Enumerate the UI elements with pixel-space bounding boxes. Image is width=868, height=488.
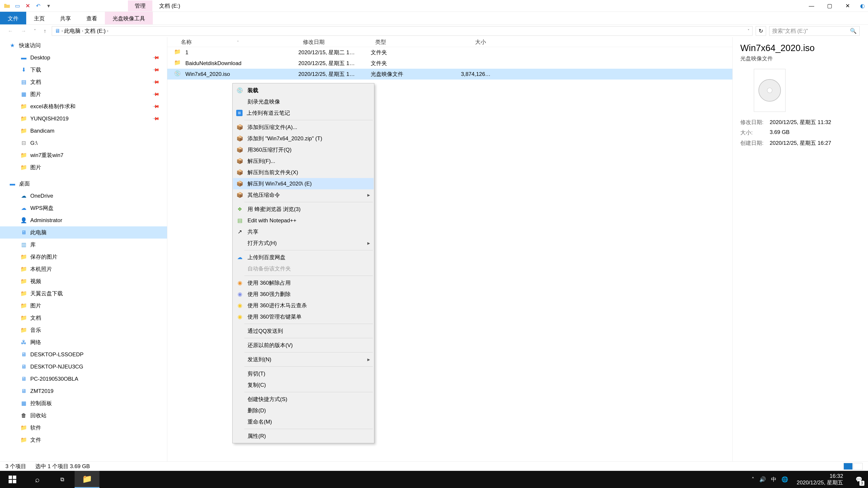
sidebar-item[interactable]: 📁图片 xyxy=(0,300,167,312)
sidebar-item[interactable]: 📁excel表格制作求和📌 xyxy=(0,100,167,112)
sidebar-item[interactable]: 📁本机照片 xyxy=(0,263,167,275)
sidebar-item-this-pc[interactable]: 🖥此电脑 xyxy=(0,226,167,238)
sidebar-item[interactable]: 🖥PC-20190530OBLA xyxy=(0,373,167,385)
ctx-baidu-upload[interactable]: ☁上传到百度网盘 xyxy=(233,252,374,263)
ctx-extract-named[interactable]: 📦解压到 Win7x64_2020\ (E) xyxy=(233,178,374,189)
network-icon[interactable]: 🌐 xyxy=(781,476,788,483)
view-tab[interactable]: 查看 xyxy=(79,12,105,24)
breadcrumb[interactable]: 🖥 › 此电脑 › 文档 (E:) › ˅ xyxy=(52,26,752,36)
action-center-button[interactable]: 💬 3 xyxy=(852,471,866,488)
sidebar-item[interactable]: 📁win7重装win7 xyxy=(0,149,167,161)
ctx-open-360zip[interactable]: 📦用360压缩打开(Q) xyxy=(233,144,374,156)
disc-image-tools-tab[interactable]: 光盘映像工具 xyxy=(105,12,153,24)
ctx-restore-version[interactable]: 还原以前的版本(V) xyxy=(233,339,374,351)
ctx-share[interactable]: ↗共享 xyxy=(233,226,374,237)
ctx-create-shortcut[interactable]: 创建快捷方式(S) xyxy=(233,394,374,405)
ctx-360-manage[interactable]: ◉使用 360管理右键菜单 xyxy=(233,311,374,322)
breadcrumb-root[interactable]: 此电脑 xyxy=(64,27,81,35)
explorer-taskbar-button[interactable]: 📁 xyxy=(74,471,99,488)
file-row-selected[interactable]: 💿Win7x64_2020.iso 2020/12/25, 星期五 1… 光盘映… xyxy=(167,69,733,79)
ctx-youdao[interactable]: ≡上传到有道云笔记 xyxy=(233,107,374,119)
sidebar-item[interactable]: 📁图片 xyxy=(0,161,167,173)
sidebar-item[interactable]: ▤文档📌 xyxy=(0,76,167,88)
column-type[interactable]: 类型 xyxy=(371,38,434,46)
minimize-button[interactable]: — xyxy=(802,0,820,12)
sidebar-item[interactable]: 🖥DESKTOP-LSSOEDP xyxy=(0,348,167,361)
ctx-send-to[interactable]: 发送到(N)▸ xyxy=(233,354,374,365)
sidebar-item[interactable]: ▦控制面板 xyxy=(0,397,167,410)
delete-icon[interactable]: ✕ xyxy=(24,2,32,10)
file-row[interactable]: 📁1 2020/12/15, 星期二 1… 文件夹 xyxy=(167,47,733,58)
ime-indicator[interactable]: 中 xyxy=(771,476,776,483)
ctx-copy[interactable]: 复制(C) xyxy=(233,379,374,391)
share-tab[interactable]: 共享 xyxy=(53,12,79,24)
maximize-button[interactable]: ▢ xyxy=(820,0,839,12)
column-size[interactable]: 大小 xyxy=(434,38,491,46)
up-button[interactable]: ↑ xyxy=(41,28,49,34)
forward-button[interactable]: → xyxy=(19,28,29,34)
sidebar-item[interactable]: 📁视频 xyxy=(0,275,167,287)
refresh-button[interactable]: ↻ xyxy=(756,26,766,36)
ctx-delete[interactable]: 删除(D) xyxy=(233,405,374,416)
sidebar-item[interactable]: ☁OneDrive xyxy=(0,190,167,202)
sidebar-item[interactable]: 🖧网络 xyxy=(0,336,167,348)
ctx-notepad-plus[interactable]: ▤Edit with Notepad++ xyxy=(233,215,374,226)
help-button[interactable]: ◐ xyxy=(857,0,868,12)
icons-view-button[interactable] xyxy=(854,463,863,470)
sidebar-item[interactable]: ▬Desktop📌 xyxy=(0,52,167,64)
search-input[interactable]: 搜索"文档 (E:)" 🔍 xyxy=(769,26,860,36)
back-button[interactable]: ← xyxy=(5,28,16,34)
column-name[interactable]: 名称˄ xyxy=(167,38,298,46)
sidebar-item[interactable]: ⬇下载📌 xyxy=(0,64,167,76)
sidebar-item[interactable]: ▥库 xyxy=(0,238,167,251)
sidebar-item[interactable]: 📁音乐 xyxy=(0,324,167,336)
file-row[interactable]: 📁BaiduNetdiskDownload 2020/12/25, 星期五 1…… xyxy=(167,58,733,69)
ctx-mount[interactable]: 💿装载 xyxy=(233,85,374,96)
chevron-down-icon[interactable]: ˅ xyxy=(747,29,749,33)
task-view-button[interactable]: ⧉ xyxy=(50,471,74,488)
sidebar-item[interactable]: 🖥ZMT2019 xyxy=(0,385,167,397)
sidebar-item[interactable]: 📁文档 xyxy=(0,312,167,324)
details-view-button[interactable] xyxy=(844,463,852,470)
sidebar-item[interactable]: ▦图片📌 xyxy=(0,88,167,100)
search-button[interactable]: ⌕ xyxy=(25,471,50,488)
close-button[interactable]: ✕ xyxy=(839,0,857,12)
ctx-bee-browser[interactable]: ❖用 蜂蜜浏览器 浏览(3) xyxy=(233,203,374,215)
breadcrumb-drive[interactable]: 文档 (E:) xyxy=(85,27,105,35)
ctx-360-delete[interactable]: ◉使用 360强力删除 xyxy=(233,289,374,300)
recent-button[interactable]: ˅ xyxy=(32,29,38,33)
file-tab[interactable]: 文件 xyxy=(0,12,26,24)
home-tab[interactable]: 主页 xyxy=(26,12,53,24)
undo-icon[interactable]: ↶ xyxy=(34,2,42,10)
sidebar-item[interactable]: 👤Administrator xyxy=(0,214,167,226)
ctx-other-compress[interactable]: 📦其他压缩命令▸ xyxy=(233,189,374,201)
sidebar-item[interactable]: ⊟G:\ xyxy=(0,137,167,149)
ctx-cut[interactable]: 剪切(T) xyxy=(233,368,374,379)
sidebar-item[interactable]: 📁保存的图片 xyxy=(0,251,167,263)
sidebar-item[interactable]: 📁天翼云盘下载 xyxy=(0,287,167,300)
start-button[interactable] xyxy=(0,471,25,488)
ctx-qq-send[interactable]: 通过QQ发送到 xyxy=(233,325,374,337)
ctx-open-with[interactable]: 打开方式(H)▸ xyxy=(233,237,374,249)
redo-icon[interactable]: ▾ xyxy=(45,2,53,10)
sidebar-item[interactable]: 📁Bandicam xyxy=(0,125,167,137)
desktop-root[interactable]: ▬桌面 xyxy=(0,177,167,190)
column-date[interactable]: 修改日期 xyxy=(298,38,371,46)
quick-access[interactable]: ★ 快速访问 xyxy=(0,39,167,52)
sidebar-item[interactable]: ☁WPS网盘 xyxy=(0,202,167,214)
sidebar-item[interactable]: 📁YUNQISHI2019📌 xyxy=(0,112,167,125)
save-icon[interactable]: ▭ xyxy=(13,2,21,10)
ctx-burn[interactable]: 刻录光盘映像 xyxy=(233,96,374,107)
volume-icon[interactable]: 🔊 xyxy=(759,476,766,483)
sidebar-item[interactable]: 📁文件 xyxy=(0,434,167,446)
ctx-rename[interactable]: 重命名(M) xyxy=(233,416,374,427)
tray-overflow-button[interactable]: ˄ xyxy=(752,476,754,483)
ctx-extract-here[interactable]: 📦解压到当前文件夹(X) xyxy=(233,167,374,178)
ctx-add-archive[interactable]: 📦添加到压缩文件(A)... xyxy=(233,122,374,133)
ctx-360-scan[interactable]: ◉使用 360进行木马云查杀 xyxy=(233,300,374,311)
ctx-360-unlock[interactable]: ◉使用 360解除占用 xyxy=(233,277,374,289)
sidebar-item[interactable]: 🗑回收站 xyxy=(0,410,167,422)
ctx-properties[interactable]: 属性(R) xyxy=(233,430,374,442)
clock[interactable]: 16:32 2020/12/25, 星期五 xyxy=(793,473,847,486)
sidebar-item[interactable]: 🖥DESKTOP-NJEU3CG xyxy=(0,361,167,373)
